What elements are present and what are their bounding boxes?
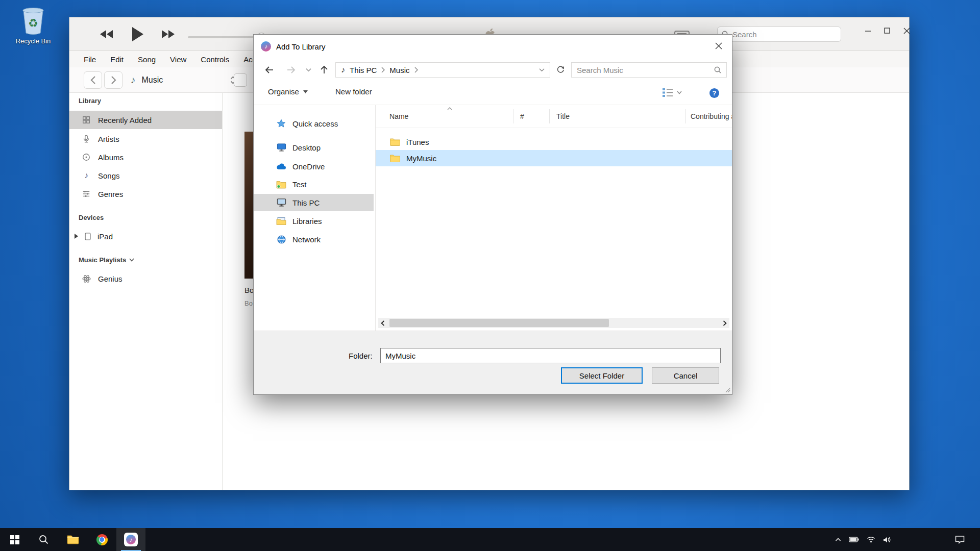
recycle-bin-icon: ♻ bbox=[19, 6, 47, 36]
place-libraries[interactable]: Libraries bbox=[254, 212, 374, 230]
sidebar-item-albums[interactable]: Albums bbox=[69, 148, 222, 166]
scrollbar-thumb[interactable] bbox=[389, 319, 609, 327]
column-header-name[interactable]: Name bbox=[389, 112, 408, 120]
column-header-title[interactable]: Title bbox=[556, 112, 570, 120]
play-icon[interactable] bbox=[132, 27, 144, 41]
album-record-icon bbox=[82, 153, 91, 162]
search-icon bbox=[714, 66, 721, 73]
expander-triangle-icon[interactable] bbox=[75, 234, 78, 239]
place-quick-access[interactable]: Quick access bbox=[254, 115, 374, 132]
wifi-icon[interactable] bbox=[867, 536, 875, 543]
view-toggle-button[interactable] bbox=[234, 73, 247, 87]
column-divider[interactable] bbox=[513, 109, 513, 123]
speaker-icon[interactable] bbox=[883, 536, 891, 543]
maximize-button[interactable] bbox=[879, 23, 895, 38]
test-folder-icon bbox=[276, 179, 286, 189]
album-title[interactable]: Bo bbox=[244, 286, 254, 294]
sidebar-item-ipad[interactable]: iPad bbox=[69, 227, 222, 245]
dialog-toolbar: Organise New folder ? bbox=[254, 82, 732, 105]
menu-controls[interactable]: Controls bbox=[201, 55, 229, 64]
chevron-right-icon[interactable] bbox=[381, 67, 385, 73]
change-view-button[interactable] bbox=[662, 88, 682, 97]
file-row-mymusic[interactable]: MyMusic bbox=[376, 150, 732, 166]
arrow-up-icon bbox=[320, 65, 328, 74]
scroll-right-arrow-icon[interactable] bbox=[723, 320, 727, 326]
scroll-left-arrow-icon[interactable] bbox=[381, 320, 385, 326]
place-onedrive[interactable]: OneDrive bbox=[254, 158, 374, 175]
action-center-icon bbox=[955, 535, 965, 544]
dialog-footer: Folder: Select Folder Cancel bbox=[254, 331, 732, 394]
sidebar-item-songs[interactable]: ♪ Songs bbox=[69, 166, 222, 185]
dialog-search-box[interactable] bbox=[571, 62, 727, 78]
file-row-itunes[interactable]: iTunes bbox=[376, 134, 732, 150]
playlists-section-header[interactable]: Music Playlists bbox=[79, 256, 134, 264]
desktop-monitor-icon bbox=[276, 142, 286, 153]
nav-forward-button[interactable] bbox=[283, 62, 300, 78]
itunes-search-box[interactable] bbox=[717, 27, 841, 42]
place-this-pc[interactable]: This PC bbox=[254, 194, 374, 211]
close-button[interactable] bbox=[898, 23, 915, 38]
fast-forward-icon[interactable] bbox=[160, 30, 175, 39]
column-divider[interactable] bbox=[549, 109, 550, 123]
arrow-left-icon bbox=[264, 66, 274, 74]
menu-file[interactable]: File bbox=[84, 55, 96, 64]
recycle-bin[interactable]: ♻ Recycle Bin bbox=[10, 6, 56, 45]
dialog-search-input[interactable] bbox=[577, 66, 714, 74]
sidebar-item-recently-added[interactable]: Recently Added bbox=[69, 111, 222, 129]
volume-slider-track[interactable] bbox=[188, 36, 260, 38]
forward-button[interactable] bbox=[104, 71, 122, 89]
minimize-button[interactable] bbox=[860, 23, 876, 38]
resize-grip[interactable] bbox=[724, 387, 730, 393]
itunes-search-input[interactable] bbox=[732, 30, 837, 39]
nav-up-button[interactable] bbox=[316, 62, 332, 78]
breadcrumb-music[interactable]: Music bbox=[389, 66, 409, 74]
menu-song[interactable]: Song bbox=[138, 55, 156, 64]
add-to-library-dialog: ♪ Add To Library ♪ This PC Music bbox=[253, 34, 732, 395]
sidebar-item-genius[interactable]: Genius bbox=[69, 269, 222, 288]
chevron-right-icon[interactable] bbox=[414, 67, 418, 73]
file-name: iTunes bbox=[406, 138, 429, 146]
taskbar-search-button[interactable] bbox=[29, 528, 58, 551]
select-folder-button[interactable]: Select Folder bbox=[561, 367, 643, 384]
maximize-icon bbox=[884, 28, 890, 34]
sidebar-item-genres[interactable]: Genres bbox=[69, 185, 222, 203]
music-note-icon: ♪ bbox=[131, 74, 136, 86]
refresh-button[interactable] bbox=[553, 62, 568, 78]
column-header-number[interactable]: # bbox=[520, 112, 524, 120]
place-test[interactable]: Test bbox=[254, 176, 374, 193]
menu-edit[interactable]: Edit bbox=[110, 55, 124, 64]
back-button[interactable] bbox=[84, 71, 102, 89]
organise-menu-button[interactable]: Organise bbox=[268, 87, 308, 96]
help-button[interactable]: ? bbox=[709, 88, 719, 98]
nav-history-dropdown[interactable] bbox=[303, 62, 314, 78]
dialog-title: Add To Library bbox=[276, 42, 325, 51]
taskbar-itunes-button[interactable]: ♪ bbox=[116, 528, 145, 551]
place-desktop[interactable]: Desktop bbox=[254, 139, 374, 156]
tray-chevron-up-icon[interactable] bbox=[835, 537, 841, 542]
taskbar-chrome-button[interactable] bbox=[87, 528, 116, 551]
itunes-icon: ♪ bbox=[124, 533, 138, 546]
cancel-button[interactable]: Cancel bbox=[652, 367, 719, 384]
windows-logo-icon bbox=[10, 535, 19, 544]
column-divider[interactable] bbox=[685, 109, 686, 123]
battery-icon[interactable] bbox=[849, 537, 859, 542]
rewind-icon[interactable] bbox=[100, 30, 114, 39]
folder-icon bbox=[390, 154, 400, 162]
taskbar-file-explorer-button[interactable] bbox=[58, 528, 87, 551]
address-bar[interactable]: ♪ This PC Music bbox=[335, 62, 550, 78]
column-header-contributing[interactable]: Contributing artists bbox=[691, 112, 732, 120]
media-kind-selector[interactable]: ♪ Music bbox=[131, 72, 236, 88]
menu-view[interactable]: View bbox=[170, 55, 186, 64]
action-center-button[interactable] bbox=[948, 528, 971, 551]
dialog-close-button[interactable] bbox=[706, 35, 731, 57]
new-folder-button[interactable]: New folder bbox=[335, 87, 372, 96]
nav-back-button[interactable] bbox=[261, 62, 277, 78]
place-network[interactable]: Network bbox=[254, 231, 374, 248]
address-dropdown-chevron-icon[interactable] bbox=[539, 68, 545, 72]
horizontal-scrollbar[interactable] bbox=[378, 318, 729, 328]
folder-name-input[interactable] bbox=[380, 348, 721, 363]
breadcrumb-this-pc[interactable]: This PC bbox=[350, 66, 377, 74]
sidebar-item-artists[interactable]: Artists bbox=[69, 130, 222, 148]
close-icon bbox=[715, 42, 722, 49]
start-button[interactable] bbox=[0, 528, 29, 551]
